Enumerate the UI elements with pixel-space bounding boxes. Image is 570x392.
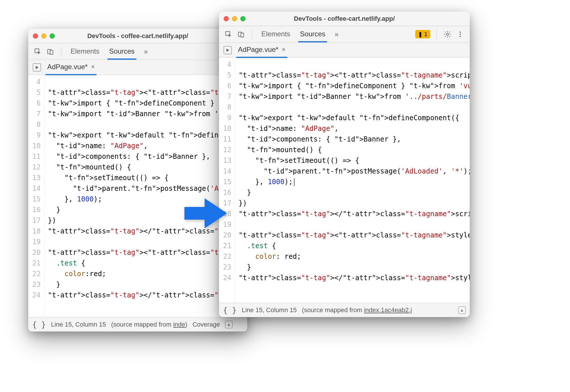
more-tabs-chevron[interactable]: »: [332, 30, 341, 39]
more-tabs-chevron[interactable]: »: [141, 47, 150, 56]
source-map-link[interactable]: index.1ac4eab2.j: [364, 306, 412, 314]
drawer-toggle-icon[interactable]: ▲: [458, 306, 466, 314]
window-title: DevTools - coffee-cart.netlify.app/: [219, 15, 470, 22]
device-toggle-icon[interactable]: [237, 30, 246, 39]
kebab-icon[interactable]: [456, 30, 465, 39]
tab-sources[interactable]: Sources: [106, 44, 137, 59]
cursor-position: Line 15, Column 15: [242, 306, 297, 314]
device-toggle-icon[interactable]: [46, 47, 55, 56]
line-gutter: 456789101112131415161718192021222324: [28, 75, 44, 317]
code-editor[interactable]: 456789101112131415161718192021222324 "t-…: [219, 58, 470, 303]
file-tabbar: AdPage.vue* ×: [219, 43, 470, 58]
navigator-icon[interactable]: [224, 46, 232, 54]
maximize-dot[interactable]: [50, 33, 55, 39]
minimize-dot[interactable]: [41, 33, 46, 39]
close-dot[interactable]: [33, 33, 38, 39]
code-area[interactable]: "t-attr">class="t-tag"><"t-attr">class="…: [235, 58, 470, 303]
drawer-toggle-icon[interactable]: ▲: [225, 321, 233, 328]
file-tabbar: AdPage.vue* ×: [28, 60, 247, 75]
svg-point-8: [460, 33, 461, 35]
divider: [252, 30, 252, 39]
svg-rect-5: [241, 33, 244, 37]
transition-arrow-icon: [184, 196, 228, 232]
pretty-print-icon[interactable]: { }: [32, 320, 46, 329]
svg-point-7: [460, 31, 461, 33]
maximize-dot[interactable]: [240, 16, 246, 21]
close-tab-icon[interactable]: ×: [282, 46, 286, 53]
main-toolbar: Elements Sources »: [28, 43, 247, 60]
pretty-print-icon[interactable]: { }: [223, 306, 237, 314]
inspect-icon[interactable]: [224, 30, 233, 39]
svg-point-6: [446, 33, 448, 35]
tab-elements[interactable]: Elements: [258, 27, 293, 42]
window-controls: [224, 16, 246, 21]
devtools-window-left: DevTools - coffee-cart.netlify.app/ Elem…: [28, 29, 247, 331]
tab-elements[interactable]: Elements: [68, 44, 102, 59]
window-title: DevTools - coffee-cart.netlify.app/: [28, 32, 247, 40]
titlebar[interactable]: DevTools - coffee-cart.netlify.app/: [28, 29, 247, 43]
statusbar: { } Line 15, Column 15 (source mapped fr…: [219, 303, 470, 317]
source-map-info: (source mapped from index.1ac4eab2.j: [302, 306, 412, 314]
file-tab-label: AdPage.vue*: [47, 63, 88, 71]
issues-badge[interactable]: 1: [415, 30, 430, 38]
line-gutter: 456789101112131415161718192021222324: [219, 58, 235, 303]
inspect-icon[interactable]: [33, 47, 42, 56]
file-tab-adpage[interactable]: AdPage.vue* ×: [236, 43, 287, 58]
coverage-label[interactable]: Coverage: [192, 321, 220, 328]
devtools-window-right: DevTools - coffee-cart.netlify.app/ Elem…: [219, 12, 470, 317]
navigator-icon[interactable]: [33, 63, 41, 71]
gear-icon[interactable]: [443, 30, 452, 39]
svg-rect-2: [50, 50, 53, 54]
source-map-info: (source mapped from inde): [111, 321, 187, 328]
file-tab-label: AdPage.vue*: [238, 46, 278, 54]
close-tab-icon[interactable]: ×: [91, 63, 95, 71]
divider: [61, 47, 61, 56]
tab-sources[interactable]: Sources: [297, 27, 328, 42]
statusbar: { } Line 15, Column 15 (source mapped fr…: [28, 317, 247, 331]
source-map-link[interactable]: inde: [173, 321, 185, 328]
titlebar[interactable]: DevTools - coffee-cart.netlify.app/: [219, 12, 470, 26]
minimize-dot[interactable]: [232, 16, 237, 21]
svg-point-9: [460, 36, 461, 37]
window-controls: [33, 33, 55, 39]
file-tab-adpage[interactable]: AdPage.vue* ×: [46, 60, 97, 75]
main-toolbar: Elements Sources » 1: [219, 26, 470, 43]
close-dot[interactable]: [224, 16, 229, 21]
divider: [437, 30, 437, 39]
cursor-position: Line 15, Column 15: [51, 321, 106, 328]
